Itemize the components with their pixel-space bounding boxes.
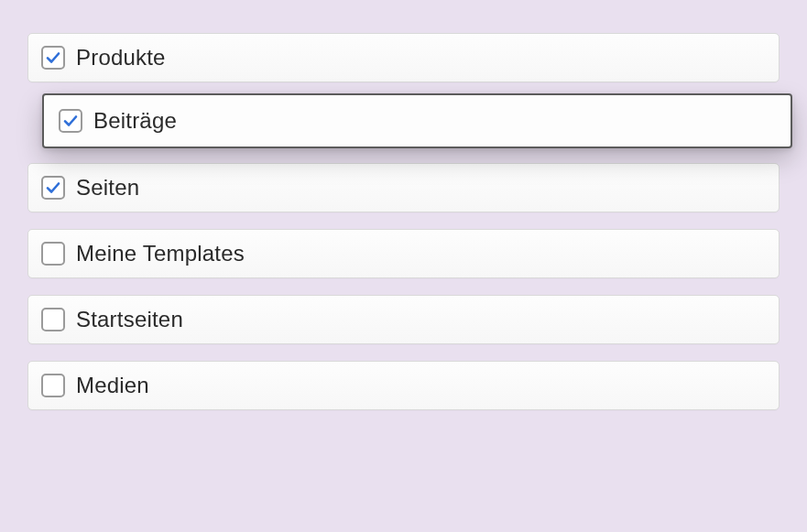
check-icon [45, 49, 61, 66]
option-label-beitraege: Beiträge [93, 108, 177, 134]
check-icon [62, 113, 79, 129]
option-label-startseiten: Startseiten [76, 307, 183, 332]
check-icon [45, 179, 61, 196]
checkbox-seiten[interactable] [41, 176, 65, 200]
option-item-beitraege[interactable]: Beiträge [42, 93, 792, 148]
option-list: Produkte Beiträge Seiten Meine Templates… [27, 33, 780, 410]
option-label-medien: Medien [76, 373, 149, 398]
option-item-startseiten[interactable]: Startseiten [27, 295, 780, 344]
checkbox-medien[interactable] [41, 374, 65, 397]
option-item-meine-templates[interactable]: Meine Templates [27, 229, 780, 278]
option-item-produkte[interactable]: Produkte [27, 33, 780, 82]
checkbox-startseiten[interactable] [41, 308, 65, 331]
option-item-seiten[interactable]: Seiten [27, 163, 780, 212]
checkbox-beitraege[interactable] [59, 109, 82, 133]
option-item-medien[interactable]: Medien [27, 361, 780, 410]
checkbox-meine-templates[interactable] [41, 242, 65, 266]
option-label-seiten: Seiten [76, 175, 139, 201]
option-label-meine-templates: Meine Templates [76, 241, 245, 266]
option-label-produkte: Produkte [76, 45, 166, 71]
checkbox-produkte[interactable] [41, 46, 65, 70]
